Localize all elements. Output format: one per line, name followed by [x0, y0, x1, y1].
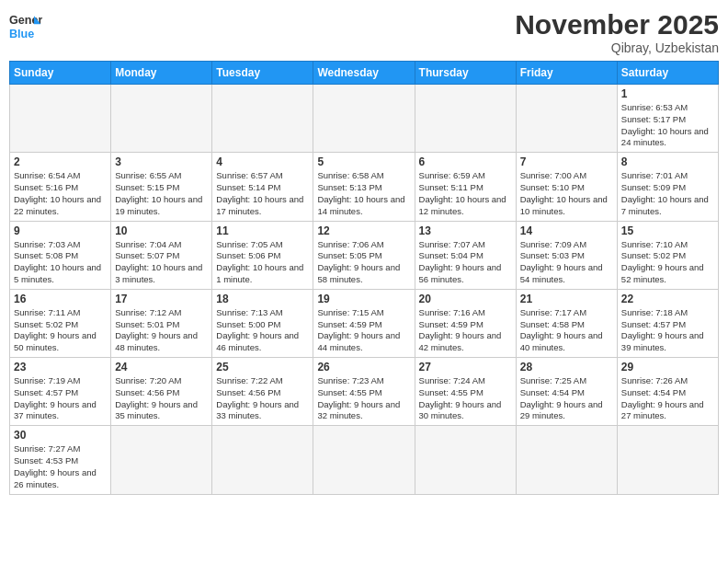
- sun-info: Sunrise: 6:53 AM Sunset: 5:17 PM Dayligh…: [621, 102, 714, 149]
- empty-cell: [212, 85, 313, 153]
- logo-icon: General Blue: [9, 9, 42, 42]
- empty-cell: [111, 426, 212, 494]
- day-cell-12: 12 Sunrise: 7:06 AM Sunset: 5:05 PM Dayl…: [313, 221, 415, 289]
- sun-info: Sunrise: 6:58 AM Sunset: 5:13 PM Dayligh…: [317, 170, 410, 217]
- day-number: 18: [216, 293, 309, 305]
- day-number: 15: [621, 224, 714, 237]
- svg-text:Blue: Blue: [9, 28, 34, 40]
- day-number: 10: [115, 224, 208, 237]
- day-number: 17: [115, 293, 208, 305]
- day-number: 16: [14, 293, 107, 305]
- day-number: 14: [520, 224, 613, 237]
- month-title: November 2025: [515, 9, 719, 40]
- day-cell-13: 13 Sunrise: 7:07 AM Sunset: 5:04 PM Dayl…: [415, 221, 516, 289]
- empty-cell: [313, 426, 415, 494]
- calendar-row: 1 Sunrise: 6:53 AM Sunset: 5:17 PM Dayli…: [10, 85, 719, 153]
- day-cell-11: 11 Sunrise: 7:05 AM Sunset: 5:06 PM Dayl…: [212, 221, 313, 289]
- location: Qibray, Uzbekistan: [515, 40, 719, 55]
- sun-info: Sunrise: 7:07 AM Sunset: 5:04 PM Dayligh…: [419, 239, 512, 286]
- day-number: 8: [621, 155, 714, 168]
- day-cell-27: 27 Sunrise: 7:24 AM Sunset: 4:55 PM Dayl…: [415, 358, 516, 426]
- day-number: 27: [419, 361, 512, 373]
- sun-info: Sunrise: 7:24 AM Sunset: 4:55 PM Dayligh…: [419, 375, 512, 422]
- day-cell-22: 22 Sunrise: 7:18 AM Sunset: 4:57 PM Dayl…: [617, 289, 718, 357]
- title-block: November 2025 Qibray, Uzbekistan: [515, 9, 719, 55]
- day-cell-29: 29 Sunrise: 7:26 AM Sunset: 4:54 PM Dayl…: [617, 358, 718, 426]
- sun-info: Sunrise: 7:09 AM Sunset: 5:03 PM Dayligh…: [520, 239, 613, 286]
- day-number: 13: [419, 224, 512, 237]
- sun-info: Sunrise: 7:22 AM Sunset: 4:56 PM Dayligh…: [216, 375, 309, 422]
- logo: General Blue: [9, 9, 42, 42]
- calendar-table: Sunday Monday Tuesday Wednesday Thursday…: [9, 61, 719, 495]
- day-number: 4: [216, 155, 309, 168]
- empty-cell: [415, 426, 516, 494]
- empty-cell: [111, 85, 212, 153]
- sun-info: Sunrise: 7:15 AM Sunset: 4:59 PM Dayligh…: [317, 307, 410, 354]
- sun-info: Sunrise: 6:57 AM Sunset: 5:14 PM Dayligh…: [216, 170, 309, 217]
- sun-info: Sunrise: 7:03 AM Sunset: 5:08 PM Dayligh…: [14, 239, 107, 286]
- sun-info: Sunrise: 7:17 AM Sunset: 4:58 PM Dayligh…: [520, 307, 613, 354]
- day-number: 30: [14, 429, 107, 442]
- empty-cell: [415, 85, 516, 153]
- day-number: 12: [317, 224, 410, 237]
- day-cell-28: 28 Sunrise: 7:25 AM Sunset: 4:54 PM Dayl…: [516, 358, 617, 426]
- day-number: 19: [317, 293, 410, 305]
- sun-info: Sunrise: 6:59 AM Sunset: 5:11 PM Dayligh…: [419, 170, 512, 217]
- day-cell-20: 20 Sunrise: 7:16 AM Sunset: 4:59 PM Dayl…: [415, 289, 516, 357]
- sun-info: Sunrise: 7:19 AM Sunset: 4:57 PM Dayligh…: [14, 375, 107, 422]
- day-number: 21: [520, 293, 613, 305]
- day-number: 6: [419, 155, 512, 168]
- day-cell-30: 30 Sunrise: 7:27 AM Sunset: 4:53 PM Dayl…: [10, 426, 111, 494]
- day-number: 24: [115, 361, 208, 373]
- sun-info: Sunrise: 6:54 AM Sunset: 5:16 PM Dayligh…: [14, 170, 107, 217]
- day-number: 23: [14, 361, 107, 373]
- day-cell-2: 2 Sunrise: 6:54 AM Sunset: 5:16 PM Dayli…: [10, 153, 111, 221]
- sun-info: Sunrise: 7:05 AM Sunset: 5:06 PM Dayligh…: [216, 239, 309, 286]
- day-number: 5: [317, 155, 410, 168]
- header-saturday: Saturday: [617, 62, 718, 85]
- calendar-row: 23 Sunrise: 7:19 AM Sunset: 4:57 PM Dayl…: [10, 358, 719, 426]
- page-header: General Blue November 2025 Qibray, Uzbek…: [9, 9, 719, 55]
- day-cell-14: 14 Sunrise: 7:09 AM Sunset: 5:03 PM Dayl…: [516, 221, 617, 289]
- sun-info: Sunrise: 7:20 AM Sunset: 4:56 PM Dayligh…: [115, 375, 208, 422]
- day-cell-5: 5 Sunrise: 6:58 AM Sunset: 5:13 PM Dayli…: [313, 153, 415, 221]
- sun-info: Sunrise: 7:12 AM Sunset: 5:01 PM Dayligh…: [115, 307, 208, 354]
- day-cell-9: 9 Sunrise: 7:03 AM Sunset: 5:08 PM Dayli…: [10, 221, 111, 289]
- day-number: 3: [115, 155, 208, 168]
- sun-info: Sunrise: 7:01 AM Sunset: 5:09 PM Dayligh…: [621, 170, 714, 217]
- empty-cell: [516, 85, 617, 153]
- day-number: 11: [216, 224, 309, 237]
- header-sunday: Sunday: [10, 62, 111, 85]
- calendar-row: 2 Sunrise: 6:54 AM Sunset: 5:16 PM Dayli…: [10, 153, 719, 221]
- day-cell-19: 19 Sunrise: 7:15 AM Sunset: 4:59 PM Dayl…: [313, 289, 415, 357]
- day-cell-10: 10 Sunrise: 7:04 AM Sunset: 5:07 PM Dayl…: [111, 221, 212, 289]
- day-number: 25: [216, 361, 309, 373]
- day-cell-6: 6 Sunrise: 6:59 AM Sunset: 5:11 PM Dayli…: [415, 153, 516, 221]
- day-cell-23: 23 Sunrise: 7:19 AM Sunset: 4:57 PM Dayl…: [10, 358, 111, 426]
- day-number: 20: [419, 293, 512, 305]
- weekday-header-row: Sunday Monday Tuesday Wednesday Thursday…: [10, 62, 719, 85]
- header-friday: Friday: [516, 62, 617, 85]
- day-cell-26: 26 Sunrise: 7:23 AM Sunset: 4:55 PM Dayl…: [313, 358, 415, 426]
- sun-info: Sunrise: 7:26 AM Sunset: 4:54 PM Dayligh…: [621, 375, 714, 422]
- day-cell-15: 15 Sunrise: 7:10 AM Sunset: 5:02 PM Dayl…: [617, 221, 718, 289]
- calendar-row: 9 Sunrise: 7:03 AM Sunset: 5:08 PM Dayli…: [10, 221, 719, 289]
- day-number: 28: [520, 361, 613, 373]
- day-cell-21: 21 Sunrise: 7:17 AM Sunset: 4:58 PM Dayl…: [516, 289, 617, 357]
- header-wednesday: Wednesday: [313, 62, 415, 85]
- day-cell-25: 25 Sunrise: 7:22 AM Sunset: 4:56 PM Dayl…: [212, 358, 313, 426]
- sun-info: Sunrise: 7:04 AM Sunset: 5:07 PM Dayligh…: [115, 239, 208, 286]
- empty-cell: [10, 85, 111, 153]
- day-cell-8: 8 Sunrise: 7:01 AM Sunset: 5:09 PM Dayli…: [617, 153, 718, 221]
- header-tuesday: Tuesday: [212, 62, 313, 85]
- day-cell-1: 1 Sunrise: 6:53 AM Sunset: 5:17 PM Dayli…: [617, 85, 718, 153]
- sun-info: Sunrise: 6:55 AM Sunset: 5:15 PM Dayligh…: [115, 170, 208, 217]
- day-number: 1: [621, 87, 714, 100]
- day-number: 22: [621, 293, 714, 305]
- day-cell-24: 24 Sunrise: 7:20 AM Sunset: 4:56 PM Dayl…: [111, 358, 212, 426]
- day-number: 26: [317, 361, 410, 373]
- sun-info: Sunrise: 7:25 AM Sunset: 4:54 PM Dayligh…: [520, 375, 613, 422]
- sun-info: Sunrise: 7:10 AM Sunset: 5:02 PM Dayligh…: [621, 239, 714, 286]
- day-number: 29: [621, 361, 714, 373]
- day-cell-17: 17 Sunrise: 7:12 AM Sunset: 5:01 PM Dayl…: [111, 289, 212, 357]
